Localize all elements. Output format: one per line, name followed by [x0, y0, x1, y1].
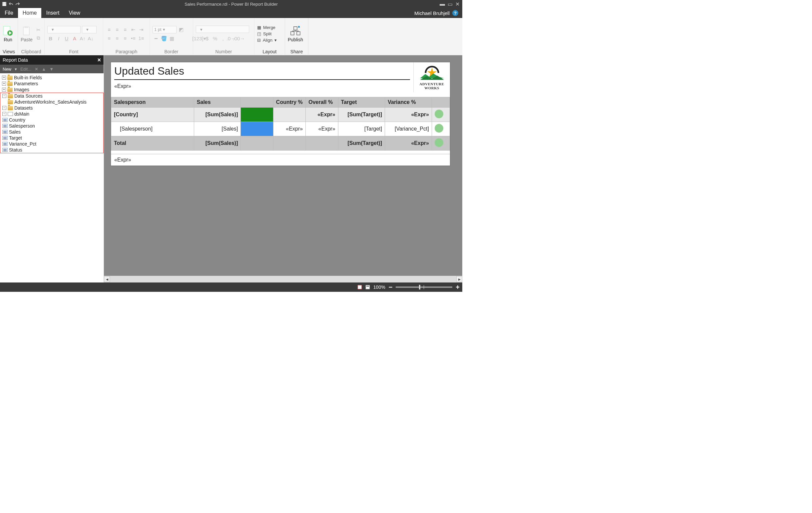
panel-delete-icon[interactable]: ✕ [35, 67, 38, 72]
run-button[interactable]: Run [3, 26, 13, 42]
panel-new-button[interactable]: New [3, 67, 11, 72]
tree-data-sources[interactable]: −Data Sources [0, 93, 103, 99]
statusbar-design-icon[interactable] [357, 285, 362, 289]
border-width-combo[interactable]: 1 pt▾ [152, 26, 176, 33]
copy-icon[interactable]: ⧉ [35, 35, 42, 41]
th-variancepct[interactable]: Variance % [385, 97, 432, 108]
align-button[interactable]: ⊟Align▾ [257, 38, 277, 42]
th-target[interactable]: Target [338, 97, 385, 108]
cell-total-sales[interactable]: [Sum(Sales)] [194, 136, 241, 150]
tab-file[interactable]: File [0, 8, 18, 18]
cell-country-status[interactable] [432, 108, 450, 122]
horizontal-scrollbar[interactable]: ◂ ▸ [104, 276, 462, 283]
cell-country-variance[interactable]: «Expr» [385, 108, 432, 122]
currency-icon[interactable]: $ [204, 35, 210, 41]
font-family-combo[interactable]: ▾ [47, 26, 81, 33]
tree-field[interactable]: Target [0, 135, 103, 141]
font-shrink-icon[interactable]: A↓ [87, 35, 94, 42]
th-salesperson[interactable]: Salesperson [111, 97, 194, 108]
cell-total-overallpct[interactable] [306, 136, 338, 150]
panel-movedown-icon[interactable]: ▼ [49, 67, 54, 72]
thousands-icon[interactable]: , [220, 35, 227, 41]
tree-images[interactable]: +Images [0, 87, 104, 93]
cell-detail-status[interactable] [432, 122, 450, 136]
zoom-out-icon[interactable]: − [389, 284, 393, 291]
redo-icon[interactable] [15, 2, 20, 6]
publish-button[interactable]: Publish [288, 26, 303, 42]
cell-country-bar[interactable] [241, 108, 273, 122]
cell-total-variance[interactable]: «Expr» [385, 136, 432, 150]
bold-icon[interactable]: B [47, 35, 54, 42]
font-grow-icon[interactable]: A↑ [79, 35, 86, 42]
cell-total-status[interactable] [432, 136, 450, 150]
tree-dsmain[interactable]: −dsMain [0, 111, 103, 117]
tab-view[interactable]: View [64, 8, 85, 18]
th-overallpct[interactable]: Overall % [306, 97, 338, 108]
decrease-decimal-icon[interactable]: .00→ [235, 35, 242, 41]
cell-detail-countrypct[interactable]: «Expr» [273, 122, 306, 136]
numbering-icon[interactable]: 1≡ [138, 35, 145, 41]
border-preset-icon[interactable]: ▦ [169, 35, 175, 42]
cell-detail-target[interactable]: [Target] [338, 122, 385, 136]
tree-field[interactable]: Country [0, 117, 103, 123]
scroll-left-icon[interactable]: ◂ [104, 276, 110, 282]
th-countrypct[interactable]: Country % [273, 97, 306, 108]
tree-builtin-fields[interactable]: +Built-in Fields [0, 75, 104, 81]
close-icon[interactable]: ✕ [455, 1, 460, 7]
tab-insert[interactable]: Insert [41, 8, 64, 18]
cell-country-sales[interactable]: [Sum(Sales)] [194, 108, 241, 122]
cell-total-countrypct[interactable] [273, 136, 306, 150]
zoom-in-icon[interactable]: + [456, 284, 460, 291]
font-size-combo[interactable]: ▾ [82, 26, 96, 33]
tree-field[interactable]: Sales [0, 129, 103, 135]
tree-data-source-item[interactable]: AdventureWorksInc_SalesAnalysis [0, 99, 103, 105]
cell-total-target[interactable]: [Sum(Target)] [338, 136, 385, 150]
placeholder-icon[interactable]: [123]▾ [196, 35, 203, 42]
panel-edit-button[interactable]: Edit... [20, 67, 31, 72]
save-icon[interactable] [2, 2, 7, 6]
tree-field[interactable]: Salesperson [0, 123, 103, 129]
report-subtitle-expr[interactable]: «Expr» [111, 81, 413, 91]
th-sales[interactable]: Sales [194, 97, 241, 108]
tree-datasets[interactable]: −Datasets [0, 105, 103, 111]
font-color-icon[interactable]: A [71, 35, 78, 42]
border-color-icon[interactable]: ◩ [178, 26, 184, 33]
paste-button[interactable]: Paste [21, 26, 33, 42]
cell-country-overallpct[interactable]: «Expr» [306, 108, 338, 122]
panel-close-icon[interactable]: × [97, 57, 101, 64]
cell-detail-overallpct[interactable]: «Expr» [306, 122, 338, 136]
help-icon[interactable]: ? [452, 10, 458, 16]
panel-moveup-icon[interactable]: ▲ [41, 67, 46, 72]
cell-country-target[interactable]: [Sum(Target)] [338, 108, 385, 122]
bullets-icon[interactable]: •≡ [130, 35, 137, 41]
statusbar-preview-icon[interactable] [366, 285, 370, 289]
align-right-icon[interactable]: ≡ [122, 35, 128, 41]
report-table[interactable]: Salesperson Sales Country % Overall % Ta… [111, 97, 450, 150]
cell-country[interactable]: [Country] [111, 108, 194, 122]
minimize-icon[interactable]: ▬ [440, 1, 445, 7]
th-status[interactable] [432, 97, 450, 108]
cell-detail-bar[interactable] [241, 122, 273, 136]
tab-home[interactable]: Home [18, 8, 41, 18]
align-top-icon[interactable]: ≡ [106, 26, 113, 33]
italic-icon[interactable]: I [55, 35, 62, 42]
report-canvas[interactable]: Updated Sales «Expr» [111, 62, 450, 166]
cell-detail-sales[interactable]: [Sales] [194, 122, 241, 136]
tree-parameters[interactable]: +Parameters [0, 81, 104, 87]
zoom-slider[interactable] [396, 286, 452, 288]
underline-icon[interactable]: U [63, 35, 70, 42]
cut-icon[interactable]: ✂ [35, 27, 42, 33]
report-footer-expr[interactable]: «Expr» [111, 154, 450, 166]
indent-decrease-icon[interactable]: ⇤ [130, 26, 137, 33]
align-middle-icon[interactable]: ≡ [114, 26, 121, 33]
tree-field[interactable]: Variance_Pct [0, 141, 103, 147]
indent-increase-icon[interactable]: ⇥ [138, 26, 145, 33]
align-bottom-icon[interactable]: ≡ [122, 26, 128, 33]
scroll-right-icon[interactable]: ▸ [456, 276, 462, 282]
fill-color-icon[interactable]: 🪣 [161, 35, 167, 42]
cell-salesperson[interactable]: [Salesperson] [111, 122, 194, 136]
report-title[interactable]: Updated Sales [111, 62, 413, 79]
cell-total-bar[interactable] [241, 136, 273, 150]
merge-button[interactable]: ▦Merge [257, 25, 277, 30]
number-format-combo[interactable]: ▾ [196, 26, 249, 33]
